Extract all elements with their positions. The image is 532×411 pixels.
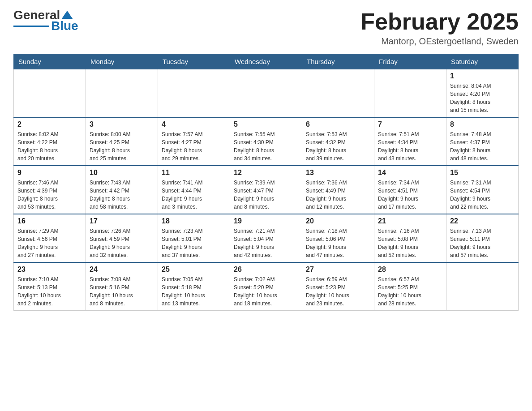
day-info: Sunrise: 7:46 AM Sunset: 4:39 PM Dayligh… bbox=[17, 179, 82, 211]
calendar-table: Sunday Monday Tuesday Wednesday Thursday… bbox=[13, 54, 519, 311]
day-number: 10 bbox=[90, 169, 154, 177]
table-row: 1Sunrise: 8:04 AM Sunset: 4:20 PM Daylig… bbox=[446, 69, 519, 118]
day-info: Sunrise: 7:13 AM Sunset: 5:11 PM Dayligh… bbox=[450, 227, 515, 259]
day-number: 27 bbox=[306, 265, 370, 274]
table-row: 10Sunrise: 7:43 AM Sunset: 4:42 PM Dayli… bbox=[86, 166, 158, 214]
table-row bbox=[14, 69, 86, 118]
day-number: 1 bbox=[450, 72, 515, 80]
table-row: 11Sunrise: 7:41 AM Sunset: 4:44 PM Dayli… bbox=[158, 166, 230, 214]
day-number: 16 bbox=[17, 217, 82, 225]
day-info: Sunrise: 7:18 AM Sunset: 5:06 PM Dayligh… bbox=[306, 227, 370, 259]
day-number: 13 bbox=[306, 169, 370, 177]
day-info: Sunrise: 7:21 AM Sunset: 5:04 PM Dayligh… bbox=[234, 227, 298, 259]
day-info: Sunrise: 7:53 AM Sunset: 4:32 PM Dayligh… bbox=[306, 130, 370, 163]
day-number: 14 bbox=[378, 169, 442, 177]
day-number: 18 bbox=[162, 217, 226, 225]
day-number: 19 bbox=[234, 217, 298, 225]
day-number: 6 bbox=[306, 120, 370, 128]
day-info: Sunrise: 7:10 AM Sunset: 5:13 PM Dayligh… bbox=[17, 275, 82, 308]
day-info: Sunrise: 7:48 AM Sunset: 4:37 PM Dayligh… bbox=[450, 130, 515, 163]
day-number: 8 bbox=[450, 120, 515, 128]
day-info: Sunrise: 7:41 AM Sunset: 4:44 PM Dayligh… bbox=[162, 179, 226, 211]
day-info: Sunrise: 7:02 AM Sunset: 5:20 PM Dayligh… bbox=[234, 275, 298, 308]
day-info: Sunrise: 8:00 AM Sunset: 4:25 PM Dayligh… bbox=[90, 130, 154, 163]
day-info: Sunrise: 8:02 AM Sunset: 4:22 PM Dayligh… bbox=[17, 130, 82, 163]
day-number: 25 bbox=[162, 265, 226, 274]
table-row bbox=[302, 69, 374, 118]
main-title: February 2025 bbox=[360, 9, 519, 34]
day-number: 24 bbox=[90, 265, 154, 274]
calendar-week-row: 23Sunrise: 7:10 AM Sunset: 5:13 PM Dayli… bbox=[14, 262, 519, 311]
table-row: 20Sunrise: 7:18 AM Sunset: 5:06 PM Dayli… bbox=[302, 214, 374, 262]
day-number: 20 bbox=[306, 217, 370, 225]
table-row: 3Sunrise: 8:00 AM Sunset: 4:25 PM Daylig… bbox=[86, 117, 158, 166]
svg-marker-1 bbox=[62, 11, 73, 19]
table-row: 26Sunrise: 7:02 AM Sunset: 5:20 PM Dayli… bbox=[230, 262, 302, 311]
day-info: Sunrise: 6:59 AM Sunset: 5:23 PM Dayligh… bbox=[306, 275, 370, 308]
day-info: Sunrise: 7:26 AM Sunset: 4:59 PM Dayligh… bbox=[90, 227, 154, 259]
logo: General Blue bbox=[13, 9, 78, 32]
day-info: Sunrise: 7:55 AM Sunset: 4:30 PM Dayligh… bbox=[234, 130, 298, 163]
day-info: Sunrise: 7:34 AM Sunset: 4:51 PM Dayligh… bbox=[378, 179, 442, 211]
day-number: 17 bbox=[90, 217, 154, 225]
col-thursday: Thursday bbox=[302, 54, 374, 69]
table-row: 2Sunrise: 8:02 AM Sunset: 4:22 PM Daylig… bbox=[14, 117, 86, 166]
day-info: Sunrise: 8:04 AM Sunset: 4:20 PM Dayligh… bbox=[450, 82, 515, 114]
day-number: 11 bbox=[162, 169, 226, 177]
table-row: 7Sunrise: 7:51 AM Sunset: 4:34 PM Daylig… bbox=[374, 117, 446, 166]
day-number: 15 bbox=[450, 169, 515, 177]
day-info: Sunrise: 7:43 AM Sunset: 4:42 PM Dayligh… bbox=[90, 179, 154, 211]
logo-text-blue: Blue bbox=[51, 20, 78, 32]
table-row: 24Sunrise: 7:08 AM Sunset: 5:16 PM Dayli… bbox=[86, 262, 158, 311]
table-row: 17Sunrise: 7:26 AM Sunset: 4:59 PM Dayli… bbox=[86, 214, 158, 262]
subtitle: Mantorp, OEstergoetland, Sweden bbox=[360, 36, 519, 47]
calendar-week-row: 2Sunrise: 8:02 AM Sunset: 4:22 PM Daylig… bbox=[14, 117, 519, 166]
col-sunday: Sunday bbox=[14, 54, 86, 69]
day-number: 23 bbox=[17, 265, 82, 274]
col-tuesday: Tuesday bbox=[158, 54, 230, 69]
table-row: 25Sunrise: 7:05 AM Sunset: 5:18 PM Dayli… bbox=[158, 262, 230, 311]
day-number: 9 bbox=[17, 169, 82, 177]
table-row: 21Sunrise: 7:16 AM Sunset: 5:08 PM Dayli… bbox=[374, 214, 446, 262]
day-info: Sunrise: 7:16 AM Sunset: 5:08 PM Dayligh… bbox=[378, 227, 442, 259]
day-number: 12 bbox=[234, 169, 298, 177]
day-info: Sunrise: 7:57 AM Sunset: 4:27 PM Dayligh… bbox=[162, 130, 226, 163]
day-number: 28 bbox=[378, 265, 442, 274]
day-number: 2 bbox=[17, 120, 82, 128]
table-row: 27Sunrise: 6:59 AM Sunset: 5:23 PM Dayli… bbox=[302, 262, 374, 311]
table-row bbox=[374, 69, 446, 118]
col-saturday: Saturday bbox=[446, 54, 519, 69]
calendar-week-row: 16Sunrise: 7:29 AM Sunset: 4:56 PM Dayli… bbox=[14, 214, 519, 262]
day-number: 22 bbox=[450, 217, 515, 225]
day-number: 5 bbox=[234, 120, 298, 128]
calendar-header-row: Sunday Monday Tuesday Wednesday Thursday… bbox=[14, 54, 519, 69]
day-info: Sunrise: 6:57 AM Sunset: 5:25 PM Dayligh… bbox=[378, 275, 442, 308]
table-row bbox=[158, 69, 230, 118]
table-row: 16Sunrise: 7:29 AM Sunset: 4:56 PM Dayli… bbox=[14, 214, 86, 262]
table-row: 19Sunrise: 7:21 AM Sunset: 5:04 PM Dayli… bbox=[230, 214, 302, 262]
day-info: Sunrise: 7:39 AM Sunset: 4:47 PM Dayligh… bbox=[234, 179, 298, 211]
day-info: Sunrise: 7:36 AM Sunset: 4:49 PM Dayligh… bbox=[306, 179, 370, 211]
table-row: 22Sunrise: 7:13 AM Sunset: 5:11 PM Dayli… bbox=[446, 214, 519, 262]
day-number: 7 bbox=[378, 120, 442, 128]
table-row: 23Sunrise: 7:10 AM Sunset: 5:13 PM Dayli… bbox=[14, 262, 86, 311]
table-row: 9Sunrise: 7:46 AM Sunset: 4:39 PM Daylig… bbox=[14, 166, 86, 214]
calendar-week-row: 9Sunrise: 7:46 AM Sunset: 4:39 PM Daylig… bbox=[14, 166, 519, 214]
calendar-week-row: 1Sunrise: 8:04 AM Sunset: 4:20 PM Daylig… bbox=[14, 69, 519, 118]
table-row bbox=[230, 69, 302, 118]
day-info: Sunrise: 7:29 AM Sunset: 4:56 PM Dayligh… bbox=[17, 227, 82, 259]
title-section: February 2025 Mantorp, OEstergoetland, S… bbox=[360, 9, 519, 47]
table-row: 28Sunrise: 6:57 AM Sunset: 5:25 PM Dayli… bbox=[374, 262, 446, 311]
day-number: 4 bbox=[162, 120, 226, 128]
day-info: Sunrise: 7:05 AM Sunset: 5:18 PM Dayligh… bbox=[162, 275, 226, 308]
table-row: 13Sunrise: 7:36 AM Sunset: 4:49 PM Dayli… bbox=[302, 166, 374, 214]
day-info: Sunrise: 7:23 AM Sunset: 5:01 PM Dayligh… bbox=[162, 227, 226, 259]
table-row: 4Sunrise: 7:57 AM Sunset: 4:27 PM Daylig… bbox=[158, 117, 230, 166]
table-row: 8Sunrise: 7:48 AM Sunset: 4:37 PM Daylig… bbox=[446, 117, 519, 166]
table-row bbox=[446, 262, 519, 311]
table-row: 6Sunrise: 7:53 AM Sunset: 4:32 PM Daylig… bbox=[302, 117, 374, 166]
table-row: 15Sunrise: 7:31 AM Sunset: 4:54 PM Dayli… bbox=[446, 166, 519, 214]
day-number: 26 bbox=[234, 265, 298, 274]
table-row: 12Sunrise: 7:39 AM Sunset: 4:47 PM Dayli… bbox=[230, 166, 302, 214]
table-row: 5Sunrise: 7:55 AM Sunset: 4:30 PM Daylig… bbox=[230, 117, 302, 166]
